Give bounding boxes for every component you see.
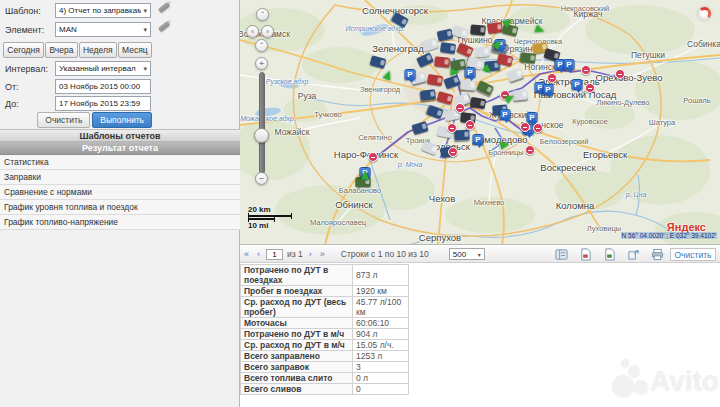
- vehicle-marker[interactable]: [454, 130, 470, 141]
- export-pdf-icon[interactable]: [579, 248, 592, 261]
- zoom-slider-handle[interactable]: [254, 128, 269, 143]
- quick-range-button[interactable]: Вчера: [45, 42, 78, 58]
- event-marker[interactable]: [533, 123, 543, 133]
- zoom-in-button[interactable]: +: [255, 57, 268, 70]
- report-section-list: СтатистикаЗаправкиСравнение с нормамиГра…: [0, 155, 240, 230]
- zoom-out-button[interactable]: −: [255, 172, 268, 185]
- pan-up-button[interactable]: ˆ: [256, 8, 269, 21]
- event-marker[interactable]: [581, 65, 591, 75]
- table-row: Всего топлива слито0 л: [241, 373, 409, 384]
- parking-marker[interactable]: P: [473, 134, 484, 145]
- export-excel-icon[interactable]: [603, 248, 616, 261]
- pan-left-button[interactable]: ‹: [246, 25, 259, 38]
- event-marker[interactable]: [525, 145, 535, 155]
- avito-logo-text: Avito: [650, 365, 719, 397]
- export-share-icon[interactable]: [627, 248, 640, 261]
- date-to-input[interactable]: [59, 99, 147, 108]
- chevron-down-icon: ▾: [143, 65, 147, 73]
- avito-logo-circle: [612, 375, 634, 397]
- metric-label: Всего сливов: [241, 384, 353, 395]
- map-coordinates: N 56° 04.0020' ; E 032° 39.4102': [621, 232, 717, 239]
- vehicle-marker[interactable]: [427, 74, 443, 86]
- vehicle-marker[interactable]: [487, 22, 503, 34]
- statistics-table: Потрачено по ДУТ в поездках873 лПробег в…: [240, 264, 409, 395]
- quick-range-buttons: СегодняВчераНеделяМесяц: [3, 42, 152, 58]
- prev-page-button[interactable]: ‹: [253, 249, 264, 259]
- next-page-button[interactable]: ›: [305, 249, 316, 259]
- quick-range-button[interactable]: Месяц: [118, 42, 152, 58]
- event-marker[interactable]: [455, 103, 465, 113]
- table-row: Всего заправлено1253 л: [241, 351, 409, 362]
- print-icon[interactable]: [651, 248, 664, 261]
- parking-marker[interactable]: P: [572, 79, 583, 90]
- fleet-monitoring-app: Шаблон: 4) Отчет по заправкам и с ▾ Элем…: [0, 0, 720, 407]
- minus-icon: −: [259, 174, 264, 183]
- event-marker[interactable]: [520, 122, 530, 132]
- vehicle-marker[interactable]: [420, 89, 436, 101]
- edit-element-icon[interactable]: [158, 21, 171, 32]
- event-marker[interactable]: [368, 152, 378, 162]
- direction-arrow-marker[interactable]: [361, 171, 369, 180]
- report-section-item[interactable]: Заправки: [0, 170, 240, 185]
- clear-report-button[interactable]: Очистить: [670, 248, 716, 261]
- event-marker[interactable]: [447, 123, 457, 133]
- parking-marker[interactable]: P: [500, 109, 511, 120]
- metric-value: 60:06:10: [353, 318, 409, 329]
- report-view-icon[interactable]: [555, 248, 568, 261]
- table-row: Ср. расход по ДУТ в м/ч15.05 л/ч.: [241, 340, 409, 351]
- parking-marker[interactable]: P: [405, 69, 416, 80]
- vehicle-marker[interactable]: [460, 79, 476, 90]
- report-section-item[interactable]: График уровня топлива и поездок: [0, 200, 240, 215]
- clear-form-button[interactable]: Очистить: [37, 112, 90, 128]
- date-to-field-wrap: [55, 96, 151, 111]
- first-page-button[interactable]: «: [240, 249, 253, 259]
- interval-select-value: Указанный интервал: [59, 64, 141, 73]
- interval-select[interactable]: Указанный интервал ▾: [55, 61, 151, 76]
- parking-marker[interactable]: P: [527, 112, 538, 123]
- vehicle-marker[interactable]: [440, 42, 456, 54]
- zoom-slider-track[interactable]: [259, 72, 265, 174]
- report-sidebar: Шаблон: 4) Отчет по заправкам и с ▾ Элем…: [0, 0, 240, 407]
- vehicle-marker[interactable]: [470, 24, 486, 35]
- result-header[interactable]: Результат отчета: [0, 142, 240, 155]
- metric-label: Всего заправлено: [241, 351, 353, 362]
- date-from-input[interactable]: [59, 82, 147, 91]
- report-section-item[interactable]: График топливо-напряжение: [0, 215, 240, 230]
- pan-right-button[interactable]: ›: [261, 25, 274, 38]
- map-terrain: [240, 0, 720, 245]
- template-select[interactable]: 4) Отчет по заправкам и с ▾: [55, 3, 151, 18]
- page-number-input[interactable]: [266, 249, 283, 260]
- vehicle-marker[interactable]: [434, 56, 450, 68]
- event-marker[interactable]: [448, 147, 458, 157]
- edit-template-icon[interactable]: [158, 2, 171, 13]
- direction-arrow-marker[interactable]: [500, 140, 510, 149]
- run-report-button[interactable]: Выполнить: [92, 112, 152, 128]
- table-row: Пробег в поездках1920 км: [241, 286, 409, 297]
- report-toolbar: « ‹ из 1 › » Строки с 1 по 10 из 10 500 …: [240, 246, 720, 263]
- page-size-select[interactable]: 500 ▾: [449, 248, 485, 260]
- event-marker[interactable]: [615, 69, 625, 79]
- parking-marker[interactable]: P: [564, 59, 575, 70]
- metric-value: 0: [353, 384, 409, 395]
- last-page-button[interactable]: »: [316, 249, 329, 259]
- chevron-down-icon: ▾: [143, 26, 147, 34]
- event-marker[interactable]: [465, 120, 475, 130]
- quick-range-button[interactable]: Неделя: [79, 42, 117, 58]
- event-marker[interactable]: [547, 73, 557, 83]
- parking-marker[interactable]: P: [465, 67, 476, 78]
- report-section-item[interactable]: Статистика: [0, 155, 240, 170]
- element-select[interactable]: MAN ▾: [55, 22, 151, 37]
- map[interactable]: СолнечногорскНекрасовскийКиржачЗеленогра…: [240, 0, 720, 245]
- report-section-item[interactable]: Сравнение с нормами: [0, 185, 240, 200]
- direction-arrow-marker[interactable]: [451, 68, 460, 76]
- parking-marker[interactable]: P: [543, 84, 554, 95]
- metric-label: Ср. расход по ДУТ (весь пробег): [241, 297, 353, 318]
- vehicle-marker[interactable]: [474, 46, 490, 57]
- scale-km-bar: [248, 215, 292, 217]
- element-row: Элемент: MAN ▾: [0, 22, 240, 40]
- event-marker[interactable]: [585, 83, 595, 93]
- templates-header[interactable]: Шаблоны отчетов: [0, 129, 240, 142]
- quick-range-button[interactable]: Сегодня: [3, 42, 44, 58]
- pan-down-button[interactable]: ˇ: [255, 39, 268, 52]
- page-size-value: 500: [453, 250, 466, 259]
